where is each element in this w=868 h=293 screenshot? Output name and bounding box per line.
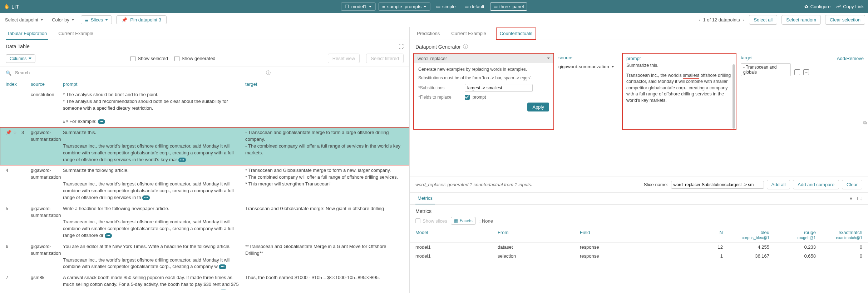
pin-datapoint-button[interactable]: 📌 Pin datapoint 3: [116, 15, 167, 24]
table-row[interactable]: 📌☆3gigaword-summarizationSummarize this.…: [0, 127, 409, 165]
scrollbar[interactable]: [733, 64, 735, 129]
remove-icon[interactable]: −: [803, 69, 809, 75]
star-icon[interactable]: ☆: [13, 129, 17, 136]
clear-selection-button[interactable]: Clear selection: [825, 15, 865, 25]
apply-button[interactable]: Apply: [527, 103, 549, 111]
chevron-down-icon: [105, 19, 108, 21]
right-pane: Predictions Current Example Counterfactu…: [410, 27, 868, 293]
hamburger-icon[interactable]: ≡: [850, 196, 853, 201]
copy-link-button[interactable]: ☍ Copy Link: [836, 4, 864, 9]
checkbox-icon: [415, 218, 420, 223]
source-dropdown[interactable]: gigaword-summarization: [558, 63, 618, 71]
select-filtered-button[interactable]: Select filtered: [366, 54, 404, 63]
layout-simple[interactable]: ▭ simple: [433, 3, 459, 10]
show-slices-checkbox[interactable]: Show slices: [415, 218, 447, 224]
more-pill[interactable]: •••: [105, 233, 112, 238]
topbar: LIT ❒ model1 ≡ sample_prompts ▭ simple ▭…: [0, 0, 868, 13]
chevron-down-icon: [611, 66, 614, 68]
show-selected-checkbox[interactable]: Show selected: [130, 56, 168, 61]
cube-icon: ❒: [345, 4, 349, 9]
facets-button[interactable]: ▦ Facets: [451, 217, 476, 225]
add-compare-button[interactable]: Add and compare: [793, 180, 839, 189]
copy-icon[interactable]: ⧉: [863, 120, 867, 126]
model-dropdown[interactable]: ❒ model1: [341, 3, 376, 11]
layout-default[interactable]: ▭ default: [462, 3, 487, 10]
more-pill[interactable]: •••: [142, 195, 150, 200]
chevron-down-icon: [71, 19, 74, 21]
slices-button[interactable]: ≣ Slices: [81, 15, 112, 24]
more-pill[interactable]: •••: [178, 158, 186, 162]
generator-footer: word_replacer: generated 1 counterfactua…: [410, 177, 868, 192]
add-remove-link[interactable]: Add/Remove: [837, 56, 864, 61]
layout-three-panel[interactable]: ▭ three_panel: [490, 3, 527, 11]
table-row[interactable]: 4gigaword-summarizationSummarize the fol…: [0, 165, 409, 203]
tab-predictions[interactable]: Predictions: [415, 28, 441, 40]
metrics-panel: Metrics ≡ T ↕ Metrics Show slices ▦ Face…: [410, 192, 868, 260]
chevron-right-icon[interactable]: ›: [742, 18, 745, 22]
substitutions-input[interactable]: [465, 84, 533, 92]
help-icon[interactable]: ⓘ: [266, 70, 271, 76]
tab-current-example[interactable]: Current Example: [450, 28, 488, 40]
add-all-button[interactable]: Add all: [767, 180, 790, 189]
left-pane: Tabular Exploration Current Example Data…: [0, 27, 410, 293]
metrics-body: model1datasetresponse124.2550.2330model1…: [410, 243, 868, 260]
tab-current-example[interactable]: Current Example: [57, 28, 95, 40]
datapoint-nav: ‹ 1 of 12 datapoints ›: [698, 17, 745, 23]
select-random-button[interactable]: Select random: [781, 15, 821, 25]
tab-metrics[interactable]: Metrics: [415, 193, 435, 204]
more-pill[interactable]: •••: [98, 119, 105, 124]
more-pill[interactable]: •••: [219, 264, 226, 269]
search-input[interactable]: [14, 69, 264, 77]
reset-view-button[interactable]: Reset view: [328, 54, 360, 63]
prompt-checkbox[interactable]: [465, 95, 470, 100]
chevron-down-icon: [424, 6, 426, 8]
columns-dropdown[interactable]: Columns: [6, 54, 35, 63]
table-row[interactable]: 7gsm8kA carnival snack booth made $50 se…: [0, 272, 409, 289]
select-all-button[interactable]: Select all: [749, 15, 777, 25]
table-row[interactable]: 5gigaword-summarizationWrite a headline …: [0, 203, 409, 241]
select-datapoint-dropdown[interactable]: Select datapoint: [3, 16, 45, 24]
link-icon: ☍: [836, 4, 841, 9]
clear-button[interactable]: Clear: [842, 180, 862, 189]
add-icon[interactable]: +: [794, 69, 800, 75]
app-name: LIT: [11, 4, 19, 10]
chevron-down-icon: [547, 58, 550, 59]
chevron-down-icon: [29, 58, 31, 59]
chevron-left-icon[interactable]: ‹: [698, 18, 701, 22]
generator-prompt-col: prompt Summarize this. Transocean inc., …: [622, 53, 736, 130]
table-row[interactable]: 6gigaword-summarizationYou are an editor…: [0, 241, 409, 272]
list-icon: ≡: [382, 4, 385, 9]
more-pill[interactable]: •••: [220, 289, 227, 289]
data-table-title: Data Table ⛶: [0, 40, 409, 52]
tab-counterfactuals[interactable]: Counterfactuals: [496, 28, 536, 40]
word-replacer-panel: word_replacer Generate new examples by r…: [413, 53, 554, 130]
metrics-header: Model From Field N bleucorpus_bleu@1 rou…: [410, 228, 868, 243]
table-header: index source prompt target: [0, 79, 409, 89]
dataset-dropdown[interactable]: ≡ sample_prompts: [378, 3, 430, 11]
search-icon: 🔍: [6, 70, 11, 76]
show-generated-checkbox[interactable]: Show generated: [174, 56, 216, 61]
target-input[interactable]: - Transocean and globals: [741, 63, 791, 76]
generated-prompt-text: Transocean inc., the world's smallest of…: [626, 73, 732, 104]
help-icon[interactable]: ⓘ: [463, 44, 468, 50]
table-controls: Columns Show selected Show generated Res…: [0, 52, 409, 66]
gear-icon: ✿: [804, 4, 808, 9]
chevron-down-icon: [40, 19, 43, 21]
fullscreen-icon[interactable]: ⛶: [399, 44, 404, 49]
chevron-down-icon: [369, 6, 371, 8]
generator-target-col: target Add/Remove - Transocean and globa…: [736, 53, 868, 130]
metrics-title: Metrics: [410, 205, 868, 215]
checkbox-icon: [174, 56, 179, 61]
right-tabs: Predictions Current Example Counterfactu…: [410, 27, 868, 40]
tab-tabular-exploration[interactable]: Tabular Exploration: [6, 28, 48, 40]
text-icon[interactable]: T ↕: [856, 196, 862, 201]
generator-source-col: source gigaword-summarization: [554, 53, 622, 130]
slice-name-input[interactable]: [671, 181, 764, 189]
word-replacer-header[interactable]: word_replacer: [414, 54, 553, 63]
checkbox-icon: [130, 56, 135, 61]
color-by-dropdown[interactable]: Color by: [50, 16, 76, 24]
secondary-toolbar: Select datapoint Color by ≣ Slices 📌 Pin…: [0, 13, 868, 27]
table-row[interactable]: constitution* The analysis should be bri…: [0, 89, 409, 127]
pin-icon[interactable]: 📌: [6, 129, 11, 136]
configure-button[interactable]: ✿ Configure: [804, 4, 830, 9]
